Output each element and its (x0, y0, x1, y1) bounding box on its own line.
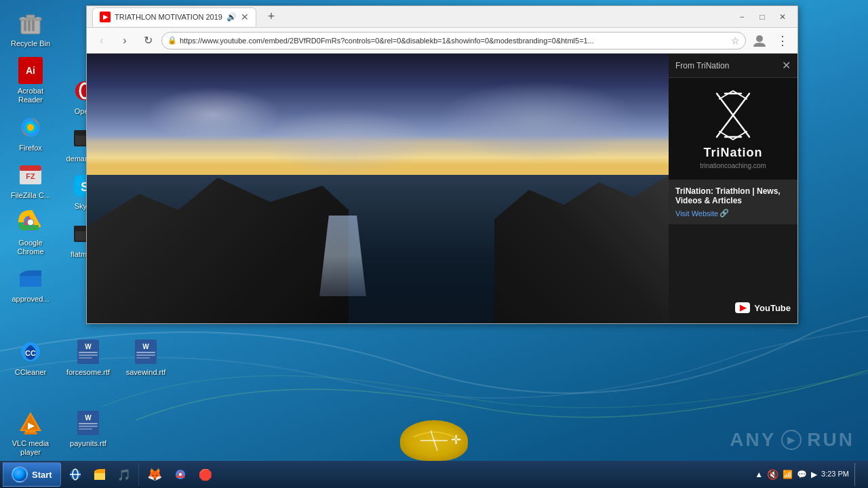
reload-button[interactable]: ↻ (138, 31, 157, 50)
desktop-icon-approved[interactable]: approved... (3, 262, 58, 306)
savewind-label: savewind.rtf (126, 368, 166, 377)
tray-volume-icon[interactable]: 🔇 (767, 469, 778, 480)
ccleaner-icon: CC (17, 338, 44, 365)
profile-button[interactable] (750, 31, 769, 50)
desktop-icon-recycle-bin[interactable]: Recycle Bin (3, 7, 58, 51)
desktop-icon-filezilla[interactable]: FZ FileZilla C... (3, 159, 58, 203)
svg-rect-46 (24, 432, 37, 434)
filezilla-label: FileZilla C... (11, 191, 50, 200)
maximize-button[interactable]: □ (753, 9, 772, 24)
svg-point-21 (28, 220, 33, 225)
taskbar-ie-button[interactable] (64, 463, 87, 486)
youtube-watermark: ▶ YouTube (735, 302, 791, 313)
address-url: https://www.youtube.com/embed/2BVfRD0FmR… (180, 37, 728, 45)
svg-rect-42 (136, 357, 150, 359)
svg-rect-10 (22, 17, 24, 18)
video-container: From TriNation ✕ (87, 54, 797, 323)
svg-rect-50 (79, 423, 98, 424)
svg-text:W: W (142, 343, 149, 350)
desktop-icon-firefox[interactable]: Firefox (3, 111, 58, 155)
forward-button[interactable]: › (115, 31, 134, 50)
cloud-1 (145, 87, 281, 142)
taskbar-firefox-icon: 🦊 (147, 467, 162, 482)
trinaton-info-title: TriNation: Triathlon | News, Videos & Ar… (675, 186, 791, 205)
svg-rect-40 (136, 352, 155, 353)
tab-youtube-favicon: ▶ (100, 12, 111, 22)
svg-rect-11 (37, 17, 39, 18)
svg-rect-7 (32, 20, 35, 31)
back-button[interactable]: ‹ (92, 31, 111, 50)
desktop-icon-acrobat[interactable]: Ai Acrobat Reader (3, 54, 58, 107)
youtube-label: YouTube (754, 303, 791, 313)
show-desktop-button[interactable] (854, 463, 860, 486)
desktop: ANY ▶ RUN Recycle Bin (0, 0, 868, 488)
svg-point-53 (756, 35, 763, 42)
cloud-3 (261, 108, 431, 176)
svg-rect-22 (20, 276, 41, 287)
svg-point-14 (27, 124, 34, 131)
taskbar-explorer-button[interactable] (88, 463, 111, 486)
bookmark-star-icon[interactable]: ☆ (731, 35, 740, 46)
trinaton-visit-link[interactable]: Visit Website 🔗 (675, 209, 791, 218)
svg-rect-64 (94, 473, 105, 480)
taskbar-chrome-item[interactable] (169, 463, 192, 486)
tray-message-icon[interactable]: 💬 (797, 470, 807, 479)
trination-logo-area: TriNation trinationcoaching.com (669, 78, 797, 180)
trinaton-info-box: TriNation: Triathlon | News, Videos & Ar… (669, 180, 797, 224)
tray-icons: 🔇 📶 💬 ▶ (767, 469, 817, 480)
trination-logo-svg (706, 88, 760, 142)
balloon-svg (407, 424, 461, 458)
taskbar-open-windows: 🦊 🛑 (142, 463, 750, 486)
taskbar-firefox-item[interactable]: 🦊 (142, 463, 167, 486)
payunits-icon: W (75, 409, 102, 436)
balloon-decoration (400, 420, 468, 461)
trination-panel: From TriNation ✕ (669, 54, 797, 323)
tray-action-icon[interactable]: ▶ (811, 470, 817, 479)
taskbar-media-button[interactable]: 🎵 (113, 463, 136, 486)
desktop-icon-vlc[interactable]: ▶ VLC media player (3, 407, 58, 460)
address-bar[interactable]: 🔒 https://www.youtube.com/embed/2BVfRD0F… (161, 32, 746, 49)
close-button[interactable]: ✕ (773, 9, 792, 24)
start-button[interactable]: Start (3, 462, 61, 487)
browser-tab-active[interactable]: ▶ TRIATHLON MOTIVATION 2019 🔊 ✕ (92, 7, 256, 26)
forcesome-icon: W (75, 338, 102, 365)
desktop-icon-forcesome[interactable]: W forcesome.rtf (61, 336, 115, 380)
svg-rect-16 (20, 165, 41, 171)
svg-rect-41 (136, 354, 155, 356)
desktop-icon-chrome[interactable]: Google Chrome (3, 206, 58, 259)
desktop-icon-savewind[interactable]: W savewind.rtf (119, 336, 173, 380)
ccleaner-label: CCleaner (15, 368, 46, 377)
browser-tabbar: ▶ TRIATHLON MOTIVATION 2019 🔊 ✕ + − □ ✕ (87, 6, 797, 28)
desktop-icon-payunits[interactable]: W payunits.rtf (61, 407, 115, 460)
new-tab-button[interactable]: + (262, 7, 281, 26)
approved-icon (17, 265, 44, 292)
vlc-icon: ▶ (17, 409, 44, 436)
external-link-icon: 🔗 (719, 209, 729, 218)
tab-close-button[interactable]: ✕ (241, 12, 249, 22)
tray-network-icon[interactable]: 📶 (783, 470, 793, 479)
svg-text:W: W (85, 414, 92, 422)
taskbar-stop-item[interactable]: 🛑 (193, 463, 218, 486)
taskbar: Start 🎵 🦊 (0, 461, 868, 488)
from-trination-label: From TriNation (675, 61, 729, 70)
tray-expand-button[interactable]: ▲ (755, 470, 763, 479)
svg-rect-51 (79, 426, 98, 427)
address-bar-wrap: 🔒 https://www.youtube.com/embed/2BVfRD0F… (161, 32, 746, 49)
anyrun-watermark: ANY ▶ RUN (730, 429, 854, 451)
payunits-label: payunits.rtf (70, 439, 106, 448)
filezilla-icon: FZ (17, 161, 44, 188)
browser-window: ▶ TRIATHLON MOTIVATION 2019 🔊 ✕ + − □ ✕ … (86, 5, 798, 324)
browser-menu-button[interactable]: ⋮ (773, 31, 792, 50)
chrome-icon (17, 209, 44, 236)
start-label: Start (32, 470, 52, 480)
system-clock[interactable]: 3:23 PM (821, 469, 849, 479)
panel-close-button[interactable]: ✕ (782, 59, 791, 72)
youtube-logo-icon: ▶ (735, 302, 750, 313)
start-orb-icon (12, 466, 28, 483)
video-area[interactable] (87, 54, 669, 323)
desktop-icon-ccleaner[interactable]: CC CCleaner (3, 336, 58, 380)
minimize-button[interactable]: − (732, 9, 751, 24)
svg-rect-5 (24, 20, 26, 31)
browser-toolbar: ‹ › ↻ 🔒 https://www.youtube.com/embed/2B… (87, 28, 797, 54)
forcesome-label: forcesome.rtf (66, 368, 110, 377)
